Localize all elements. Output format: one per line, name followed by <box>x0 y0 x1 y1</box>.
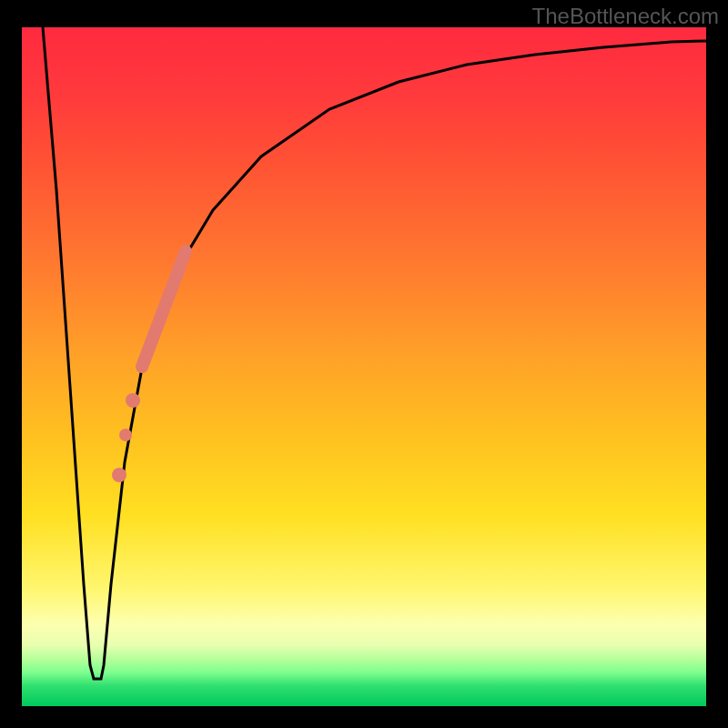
plot-area <box>22 27 706 706</box>
highlight-dot-1 <box>126 393 140 408</box>
highlight-dot-2 <box>119 429 132 441</box>
highlight-segment <box>142 251 186 367</box>
highlight-dot-3 <box>112 468 126 482</box>
curve-svg <box>22 27 706 706</box>
watermark-text: TheBottleneck.com <box>532 4 719 29</box>
chart-container: TheBottleneck.com <box>0 0 728 728</box>
